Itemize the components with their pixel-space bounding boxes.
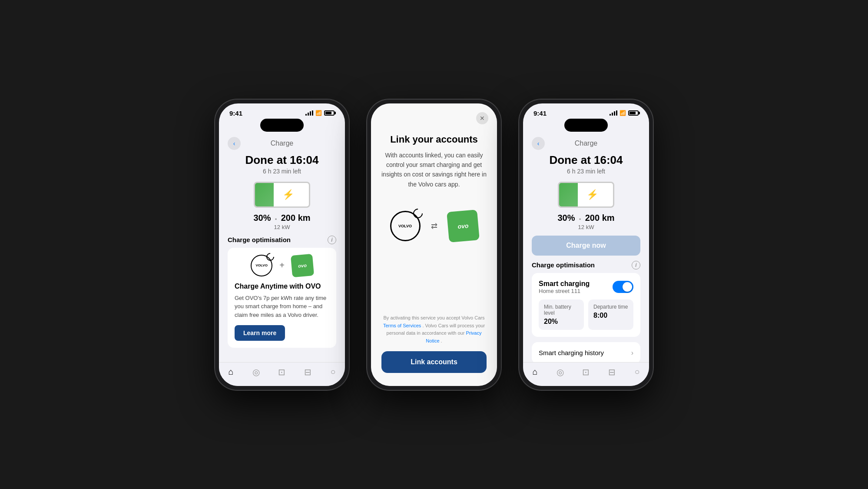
history-label: Smart charging history: [539, 349, 604, 356]
section-title-left: Charge optimisation: [228, 236, 291, 243]
link-icon: ⇄: [431, 221, 437, 231]
status-time-left: 9:41: [229, 110, 242, 117]
battery-km-right: 200 km: [585, 213, 615, 223]
status-icons-right: 📶: [610, 110, 639, 116]
nav-bar-right: ‹ Charge: [523, 135, 649, 153]
chevron-icon: ›: [631, 349, 633, 357]
ovo-card-title-left: Charge Anytime with OVO: [235, 283, 329, 290]
section-title-right: Charge optimisation: [532, 261, 595, 269]
volvo-logo-left: VOLVO: [251, 255, 272, 276]
battery-icon-right: [628, 110, 639, 116]
tab-profile-left[interactable]: ○: [330, 367, 335, 377]
phone-left: 9:41 📶 ‹ Charge: [215, 99, 349, 390]
battery-charge-right: [559, 183, 578, 206]
modal-close-button[interactable]: ✕: [476, 112, 488, 124]
charge-stats-left: 30% • 200 km 12 kW: [228, 213, 336, 230]
link-accounts-button[interactable]: Link accounts: [381, 351, 487, 373]
battery-charge-left: [255, 183, 274, 206]
info-icon-right[interactable]: i: [632, 261, 640, 269]
charge-kw-left: 12 kW: [228, 224, 336, 230]
tab-car-left[interactable]: ⊡: [278, 367, 285, 377]
min-battery-value: 20%: [544, 318, 579, 326]
battery-visual-left: ⚡: [228, 182, 336, 208]
status-time-right: 9:41: [533, 110, 547, 117]
ovo-card-left: VOLVO + ovo Charge Anytime with OVO Get …: [228, 248, 336, 348]
tab-car-right[interactable]: ⊡: [582, 367, 590, 377]
bolt-icon-right: ⚡: [586, 189, 598, 200]
battery-percent-left: 30%: [253, 213, 271, 223]
screen-content-right: Done at 16:04 6 h 23 min left ⚡ 30% • 20…: [523, 153, 649, 362]
bolt-icon-left: ⚡: [282, 189, 294, 200]
terms-link[interactable]: Terms of Services: [383, 323, 421, 328]
min-battery-box: Min. battery level 20%: [539, 299, 584, 330]
nav-title-left: Charge: [241, 140, 323, 147]
departure-label: Departure time: [593, 304, 628, 310]
battery-km-left: 200 km: [281, 213, 311, 223]
ovo-badge-left: ovo: [291, 253, 314, 277]
tab-location-right[interactable]: ◎: [557, 367, 564, 377]
nav-title-right: Charge: [545, 140, 627, 147]
tab-chat-left[interactable]: ⊟: [304, 367, 311, 377]
tab-home-left[interactable]: ⌂: [228, 367, 233, 377]
modal-footer: By activating this service you accept Vo…: [381, 314, 487, 345]
modal-desc: With accounts linked, you can easily con…: [381, 150, 487, 190]
battery-body-right: ⚡: [558, 182, 614, 208]
learn-more-button[interactable]: Learn more: [235, 325, 285, 341]
departure-box: Departure time 8:00: [588, 299, 633, 330]
ovo-logos-left: VOLVO + ovo: [235, 255, 329, 276]
screen-content-left: Done at 16:04 6 h 23 min left ⚡ 30% • 20…: [219, 153, 345, 362]
done-time-right: Done at 16:04: [532, 153, 640, 167]
battery-visual-right: ⚡: [532, 182, 640, 208]
separator-left: •: [275, 216, 277, 222]
battery-icon: [324, 110, 335, 116]
charge-now-button[interactable]: Charge now: [532, 236, 640, 256]
signal-icon-right: [610, 110, 617, 116]
back-button-left[interactable]: ‹: [228, 137, 241, 150]
modal-title: Link your accounts: [381, 134, 487, 145]
departure-value: 8:00: [593, 312, 628, 319]
nav-bar-left: ‹ Charge: [219, 135, 345, 153]
smart-charge-label: Smart charging: [539, 280, 590, 288]
phone-middle: 9:41 📶 ✕ Link your accounts With account…: [367, 99, 501, 390]
done-time-left: Done at 16:04: [228, 153, 336, 167]
smart-charge-row: Smart charging Home street 111: [539, 280, 633, 294]
stats-row: Min. battery level 20% Departure time 8:…: [539, 299, 633, 330]
scene: 9:41 📶 ‹ Charge: [197, 82, 671, 408]
battery-body-left: ⚡: [254, 182, 310, 208]
status-icons-left: 📶: [305, 110, 335, 116]
tab-profile-right[interactable]: ○: [634, 367, 639, 377]
separator-right: •: [579, 216, 581, 222]
ovo-card-desc-left: Get OVO's 7p per kWh rate any time you s…: [235, 294, 329, 319]
charge-header-right: Done at 16:04 6 h 23 min left: [532, 153, 640, 175]
time-left-left: 6 h 23 min left: [228, 168, 336, 175]
modal-sheet: ✕ Link your accounts With accounts linke…: [371, 103, 497, 386]
modal-volvo-logo: VOLVO: [390, 211, 421, 241]
section-header-right: Charge optimisation i: [532, 261, 640, 269]
tab-chat-right[interactable]: ⊟: [608, 367, 616, 377]
phone-right: 9:41 📶 ‹ Charge: [519, 99, 653, 390]
charge-kw-right: 12 kW: [532, 224, 640, 230]
plus-icon-left: +: [279, 260, 285, 270]
info-icon-left[interactable]: i: [328, 236, 336, 244]
smart-charge-card: Smart charging Home street 111 Min. batt…: [532, 273, 640, 337]
smart-charging-history-row[interactable]: Smart charging history ›: [532, 342, 640, 362]
back-button-right[interactable]: ‹: [532, 137, 545, 150]
status-bar-right: 9:41 📶: [523, 103, 649, 119]
modal-ovo-badge: ovo: [447, 210, 480, 243]
wifi-icon-right: 📶: [620, 110, 626, 116]
tab-home-right[interactable]: ⌂: [532, 367, 537, 377]
dynamic-island-left: [260, 119, 304, 132]
charge-stats-right: 30% • 200 km 12 kW: [532, 213, 640, 230]
dynamic-island-right: [564, 119, 608, 132]
tab-bar-right: ⌂ ◎ ⊡ ⊟ ○: [523, 362, 649, 386]
time-left-right: 6 h 23 min left: [532, 168, 640, 175]
signal-icon: [305, 110, 313, 116]
smart-charge-toggle[interactable]: [613, 281, 633, 293]
wifi-icon: 📶: [315, 110, 322, 116]
modal-logos: VOLVO ⇄ ovo: [381, 211, 487, 241]
battery-percent-right: 30%: [557, 213, 575, 223]
tab-location-left[interactable]: ◎: [252, 367, 260, 377]
tab-bar-left: ⌂ ◎ ⊡ ⊟ ○: [219, 362, 345, 386]
charge-header-left: Done at 16:04 6 h 23 min left: [228, 153, 336, 175]
status-bar-left: 9:41 📶: [219, 103, 345, 119]
